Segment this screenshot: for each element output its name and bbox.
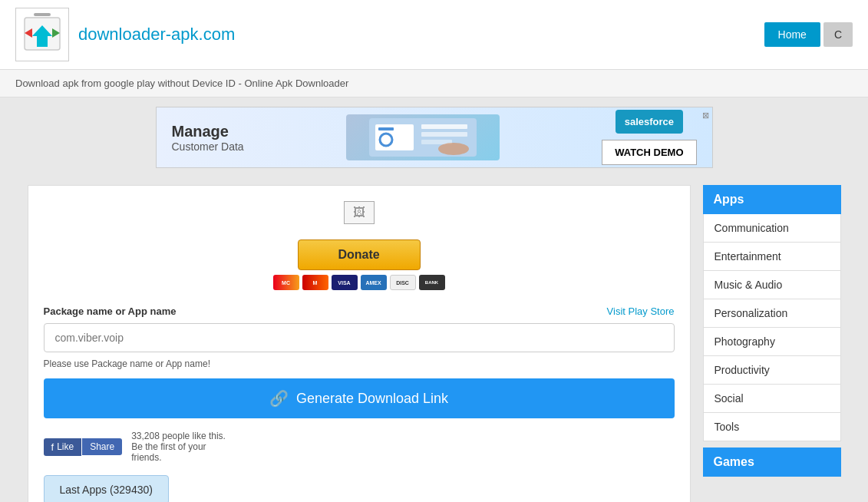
mastercard-icon: MC xyxy=(273,275,299,290)
ad-text: Manage Customer Data xyxy=(172,123,244,153)
package-input[interactable] xyxy=(44,323,675,352)
logo-icon xyxy=(21,12,63,58)
sidebar-item-entertainment[interactable]: Entertainment xyxy=(703,243,841,271)
last-apps-button[interactable]: Last Apps (329430) xyxy=(44,475,169,502)
facebook-like-button[interactable]: f Like xyxy=(44,438,82,456)
svg-rect-10 xyxy=(421,132,467,137)
svg-rect-0 xyxy=(34,13,51,16)
fb-count-area: 33,208 people like this. Be the first of… xyxy=(131,431,226,463)
content-panel: 🖼 Donate MC M VISA AMEX DISC BANK Packag… xyxy=(28,185,691,502)
package-label: Package name or App name xyxy=(44,305,177,317)
link-icon: 🔗 xyxy=(269,389,289,408)
generate-btn-label: Generate Download Link xyxy=(296,391,448,407)
generate-download-link-button[interactable]: 🔗 Generate Download Link xyxy=(44,378,675,418)
sidebar-games-section: Games xyxy=(703,448,841,477)
discover-icon: DISC xyxy=(390,275,416,290)
sidebar-item-personalization[interactable]: Personalization xyxy=(703,299,841,328)
other-nav-button[interactable]: C xyxy=(823,22,853,47)
ad-action-area: salesforce WATCH DEMO xyxy=(602,110,696,165)
broken-image: 🖼 xyxy=(344,201,375,224)
like-label: Like xyxy=(57,441,74,452)
ad-title: Manage xyxy=(172,123,244,140)
package-hint: Please use Package name or App name! xyxy=(44,358,675,369)
subtitle-bar: Download apk from google play without De… xyxy=(0,70,868,97)
sidebar-item-social[interactable]: Social xyxy=(703,385,841,413)
sidebar-apps-header: Apps xyxy=(703,185,841,214)
header-nav: Home C xyxy=(764,22,853,47)
ad-subtitle: Customer Data xyxy=(172,140,244,153)
sidebar: Apps Communication Entertainment Music &… xyxy=(703,185,841,502)
social-bar: f Like Share 33,208 people like this. Be… xyxy=(44,431,675,463)
payment-icons: MC M VISA AMEX DISC BANK xyxy=(44,275,675,290)
svg-rect-9 xyxy=(421,124,467,129)
watch-demo-button[interactable]: WATCH DEMO xyxy=(602,140,696,165)
site-title: downloader-apk.com xyxy=(78,25,235,45)
sidebar-item-productivity[interactable]: Productivity xyxy=(703,356,841,385)
svg-point-12 xyxy=(438,143,469,155)
form-label-row: Package name or App name Visit Play Stor… xyxy=(44,305,675,317)
amex-icon: AMEX xyxy=(361,275,387,290)
facebook-like-box: f Like Share xyxy=(44,438,123,456)
salesforce-logo: salesforce xyxy=(616,110,683,134)
sidebar-item-music-audio[interactable]: Music & Audio xyxy=(703,271,841,299)
svg-rect-7 xyxy=(378,127,394,130)
maestro-icon: M xyxy=(302,275,328,290)
fb-friends-text: friends. xyxy=(131,452,226,463)
ad-close-button[interactable]: ⊠ xyxy=(702,111,709,121)
donate-button[interactable]: Donate xyxy=(298,239,421,270)
fb-count-text: 33,208 people like this. xyxy=(131,431,226,441)
header: downloader-apk.com Home C xyxy=(0,0,868,70)
visa-icon: VISA xyxy=(332,275,358,290)
sidebar-games-header: Games xyxy=(703,448,841,477)
ad-banner: Manage Customer Data salesforce WATCH DE… xyxy=(156,107,713,168)
sidebar-apps-section: Apps Communication Entertainment Music &… xyxy=(703,185,841,441)
fb-icon: f xyxy=(51,441,54,453)
logo-area: downloader-apk.com xyxy=(15,8,235,61)
bank-icon: BANK xyxy=(419,275,445,290)
donate-area: Donate MC M VISA AMEX DISC BANK xyxy=(44,239,675,290)
sidebar-item-communication[interactable]: Communication xyxy=(703,214,841,243)
sidebar-item-photography[interactable]: Photography xyxy=(703,328,841,356)
ad-image xyxy=(346,114,500,160)
dashboard-img xyxy=(369,118,477,157)
facebook-share-button[interactable]: Share xyxy=(81,438,122,455)
fb-first-text: Be the first of your xyxy=(131,441,226,452)
sidebar-item-tools[interactable]: Tools xyxy=(703,413,841,441)
home-button[interactable]: Home xyxy=(764,22,820,47)
subtitle-text: Download apk from google play without De… xyxy=(15,78,348,89)
main-layout: 🖼 Donate MC M VISA AMEX DISC BANK Packag… xyxy=(12,177,856,502)
logo-box xyxy=(15,8,69,61)
visit-play-store-link[interactable]: Visit Play Store xyxy=(607,305,675,317)
